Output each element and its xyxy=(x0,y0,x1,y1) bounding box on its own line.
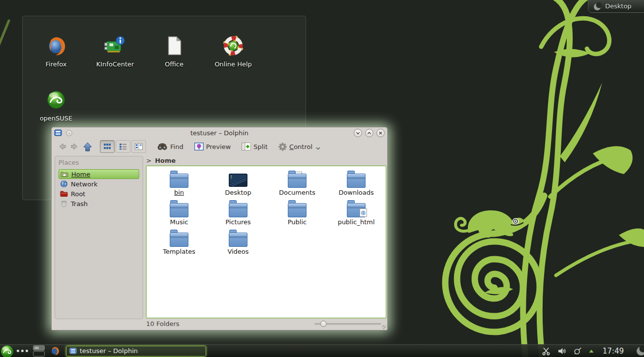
forward-button[interactable] xyxy=(68,141,81,152)
desktop-icon-kinfocenter[interactable]: KInfoCenter xyxy=(86,34,145,88)
firefox-launcher-icon[interactable] xyxy=(50,346,60,356)
window-title: testuser – Dolphin xyxy=(52,129,387,137)
file-grid: bin Desktop Documents Downlo xyxy=(150,169,386,258)
icons-view-button[interactable] xyxy=(100,140,115,153)
home-folder-icon xyxy=(61,170,68,178)
breadcrumb-separator[interactable]: > xyxy=(146,157,152,164)
file-item-downloads[interactable]: Downloads xyxy=(327,169,386,199)
file-item-templates[interactable]: Templates xyxy=(150,228,209,258)
application-launcher-button[interactable] xyxy=(0,345,14,357)
virtual-desktop-pager[interactable] xyxy=(33,345,45,357)
zoom-slider-knob[interactable] xyxy=(320,321,327,327)
digital-clock[interactable]: 17:49 xyxy=(603,347,624,356)
lifebuoy-help-icon xyxy=(221,34,245,58)
file-label: Desktop xyxy=(225,189,251,196)
status-text: 10 Folders xyxy=(146,320,180,327)
file-item-videos[interactable]: Videos xyxy=(209,228,268,258)
file-label: Downloads xyxy=(338,189,373,196)
desktop-icon-office[interactable]: Office xyxy=(145,34,204,88)
gear-icon xyxy=(278,143,287,151)
file-item-documents[interactable]: Documents xyxy=(268,169,327,199)
find-label: Find xyxy=(170,143,184,150)
binoculars-icon xyxy=(157,143,168,150)
file-item-public-html[interactable]: public_html xyxy=(327,199,386,228)
folder-icon xyxy=(229,203,247,217)
preview-button[interactable]: Preview xyxy=(194,143,231,150)
folder-icon xyxy=(170,174,188,188)
place-label: Trash xyxy=(71,200,88,208)
minimize-button[interactable] xyxy=(354,129,362,137)
place-label: Root xyxy=(71,190,85,198)
pager-desktop-2[interactable] xyxy=(33,351,45,357)
zoom-slider[interactable] xyxy=(314,323,381,325)
panel-dots-widget[interactable] xyxy=(17,350,28,352)
file-item-bin[interactable]: bin xyxy=(150,169,209,199)
status-bar: 10 Folders xyxy=(52,317,387,330)
find-button[interactable]: Find xyxy=(157,143,184,150)
place-network[interactable]: Network xyxy=(59,179,139,189)
device-notifier-icon[interactable] xyxy=(573,347,582,355)
places-panel: Places Home Network Root xyxy=(55,156,143,319)
split-label: Split xyxy=(253,143,268,150)
details-view-button[interactable] xyxy=(116,140,130,153)
firefox-icon xyxy=(44,34,68,58)
file-label: Pictures xyxy=(225,218,250,226)
place-home[interactable]: Home xyxy=(59,169,139,179)
maximize-button[interactable] xyxy=(365,129,373,137)
desktop-icon-label: Office xyxy=(165,60,184,68)
folder-icon xyxy=(229,233,247,247)
file-label: Videos xyxy=(227,248,248,255)
file-item-pictures[interactable]: Pictures xyxy=(209,199,268,228)
up-button[interactable] xyxy=(81,141,94,152)
places-header: Places xyxy=(59,159,139,166)
place-trash[interactable]: Trash xyxy=(59,199,139,208)
network-globe-icon xyxy=(60,180,68,188)
place-root[interactable]: Root xyxy=(59,189,139,199)
dolphin-window: testuser – Dolphin xyxy=(51,127,388,330)
toolbox-label: Desktop xyxy=(605,2,632,10)
folder-icon xyxy=(170,233,188,247)
desktop-icon-label: openSUSE xyxy=(40,115,73,122)
file-label: Templates xyxy=(163,248,195,255)
file-label: Public xyxy=(288,218,307,226)
cashew-icon xyxy=(593,2,601,10)
view-mode-group xyxy=(100,140,146,153)
volume-speaker-icon[interactable] xyxy=(557,347,566,355)
breadcrumb: > Home xyxy=(146,155,176,166)
desktop-toolbox[interactable]: Desktop xyxy=(588,0,644,13)
folder-view[interactable]: bin Desktop Documents Downlo xyxy=(146,166,386,318)
back-button[interactable] xyxy=(56,141,68,152)
resize-grip[interactable] xyxy=(382,325,386,329)
desktop-icon-label: Online Help xyxy=(215,60,252,68)
klipper-scissors-icon[interactable] xyxy=(542,347,551,356)
task-label: testuser – Dolphin xyxy=(80,347,138,355)
close-button[interactable] xyxy=(376,129,385,137)
opensuse-geeko-icon xyxy=(44,88,68,112)
breadcrumb-location[interactable]: Home xyxy=(155,157,176,164)
desktop-icon-online-help[interactable]: Online Help xyxy=(204,34,263,88)
chevron-down-icon xyxy=(316,147,320,150)
desktop-icon-firefox[interactable]: Firefox xyxy=(27,34,86,88)
titlebar-aux-button[interactable] xyxy=(66,130,72,136)
panel-cashew-icon[interactable] xyxy=(636,346,644,357)
titlebar[interactable]: testuser – Dolphin xyxy=(52,127,387,138)
office-document-icon xyxy=(162,34,186,58)
file-item-music[interactable]: Music xyxy=(150,199,209,228)
pager-desktop-1[interactable] xyxy=(33,345,45,351)
folder-documents-icon xyxy=(288,174,307,188)
control-button[interactable]: Control xyxy=(278,143,320,151)
folder-icon xyxy=(288,203,307,217)
folder-icon xyxy=(347,174,366,188)
file-label: public_html xyxy=(337,218,374,226)
place-label: Network xyxy=(71,180,97,188)
columns-view-button[interactable] xyxy=(131,140,146,153)
tray-expander-icon[interactable] xyxy=(589,349,594,353)
desktop-icon-label: KInfoCenter xyxy=(96,60,134,68)
file-label: bin xyxy=(174,189,184,196)
file-item-public[interactable]: Public xyxy=(268,199,327,228)
file-item-desktop[interactable]: Desktop xyxy=(209,169,268,199)
taskbar-task-dolphin[interactable]: testuser – Dolphin xyxy=(66,346,206,357)
split-button[interactable]: Split xyxy=(242,143,268,150)
red-folder-icon xyxy=(60,190,68,198)
desktop-root: Firefox KInfoCenter xyxy=(0,0,644,357)
